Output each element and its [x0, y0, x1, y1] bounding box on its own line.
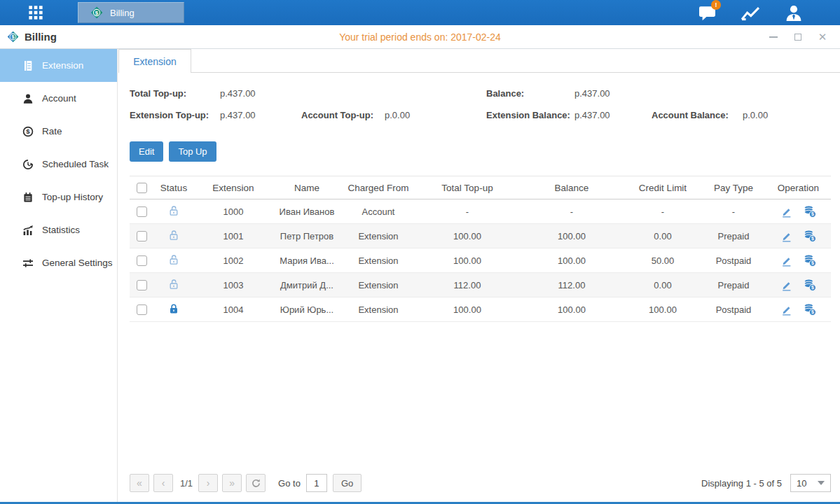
action-buttons: Edit Top Up: [118, 127, 840, 162]
edit-row-icon[interactable]: [780, 304, 792, 316]
cell-balance: -: [519, 200, 624, 224]
top-taskbar: $ Billing !: [0, 0, 840, 25]
top-up-row-icon[interactable]: $: [804, 205, 816, 218]
cell-pay-type: Postpaid: [701, 298, 766, 322]
svg-text:$: $: [811, 236, 814, 241]
cell-pay-type: -: [701, 200, 766, 224]
edit-row-icon[interactable]: [780, 279, 792, 291]
edit-row-icon[interactable]: [780, 255, 792, 267]
dollar-circle-icon: $: [22, 125, 34, 137]
cell-charged-from: Extension: [341, 298, 415, 322]
apps-grid-icon[interactable]: [22, 0, 50, 25]
edit-row-icon[interactable]: [780, 230, 792, 242]
goto-page-input[interactable]: [306, 474, 327, 492]
tab-extension[interactable]: Extension: [118, 49, 191, 73]
first-page-button[interactable]: «: [130, 474, 149, 492]
sidebar-item-scheduled-task[interactable]: Scheduled Task: [0, 148, 117, 181]
top-up-row-icon[interactable]: $: [804, 254, 816, 267]
topbar-actions: !: [697, 4, 804, 22]
pagination-bar: « ‹ 1/1 › » Go to Go Displaying 1 - 5 of…: [118, 474, 840, 502]
maximize-button[interactable]: [793, 32, 803, 42]
account-balance-value: p.0.00: [743, 110, 768, 120]
lock-open-icon: [168, 230, 179, 241]
messages-button[interactable]: !: [697, 4, 717, 22]
extension-balance-label: Extension Balance:: [486, 110, 574, 120]
cell-extension: 1004: [194, 298, 273, 322]
select-all-checkbox[interactable]: [137, 183, 147, 193]
cell-pay-type: Prepaid: [701, 224, 766, 248]
apps-grid-glyph: [28, 5, 43, 20]
top-up-row-icon[interactable]: $: [804, 303, 816, 316]
minimize-button[interactable]: [769, 32, 778, 42]
taskbar-tab-billing[interactable]: $ Billing: [78, 2, 184, 23]
row-checkbox[interactable]: [137, 231, 147, 241]
row-checkbox[interactable]: [137, 255, 147, 266]
last-page-button[interactable]: »: [222, 474, 242, 492]
col-total-topup: Total Top-up: [415, 176, 519, 200]
cell-total-topup: 100.00: [415, 224, 519, 248]
col-charged-from: Charged From: [341, 176, 415, 200]
balance-label: Balance:: [486, 88, 574, 99]
col-operation: Operation: [766, 176, 831, 200]
window-titlebar: Your trial period ends on: 2017-02-24 $ …: [0, 25, 840, 49]
cell-total-topup: 112.00: [415, 273, 519, 298]
refresh-button[interactable]: [246, 474, 266, 492]
row-checkbox[interactable]: [137, 280, 147, 290]
sidebar-item-label: Top-up History: [42, 192, 103, 202]
top-up-row-icon[interactable]: $: [804, 230, 816, 242]
edit-button[interactable]: Edit: [130, 141, 163, 162]
sidebar-item-statistics[interactable]: Statistics: [0, 214, 117, 246]
col-status: Status: [153, 176, 194, 200]
cell-total-topup: 100.00: [415, 298, 519, 322]
prev-page-button[interactable]: ‹: [153, 474, 173, 492]
next-page-button[interactable]: ›: [198, 474, 218, 492]
sidebar-item-extension[interactable]: Extension: [0, 49, 117, 82]
cell-balance: 112.00: [519, 273, 624, 298]
chevron-down-icon: [818, 481, 825, 485]
ledger-icon: [22, 59, 34, 71]
sidebar-item-account[interactable]: Account: [0, 82, 117, 115]
sidebar-item-label: Scheduled Task: [42, 159, 109, 169]
billing-summary: Total Top-up: p.437.00 Balance: p.437.00…: [118, 73, 840, 127]
cell-extension: 1003: [194, 273, 273, 298]
table-row: 1002 Мария Ива... Extension 100.00 100.0…: [130, 248, 831, 273]
top-up-button[interactable]: Top Up: [169, 141, 216, 162]
sidebar-item-label: General Settings: [42, 258, 113, 268]
cell-credit-limit: 50.00: [624, 248, 701, 273]
tab-strip-filler: [191, 49, 840, 73]
cell-name: Петр Петров: [273, 224, 341, 248]
top-up-row-icon[interactable]: $: [804, 279, 816, 291]
svg-text:$: $: [811, 309, 814, 315]
page-size-select[interactable]: 10: [790, 474, 831, 492]
col-pay-type: Pay Type: [701, 176, 766, 200]
user-account-button[interactable]: [784, 4, 804, 22]
col-credit-limit: Credit Limit: [624, 176, 701, 200]
edit-row-icon[interactable]: [780, 206, 792, 218]
sliders-icon: [22, 257, 34, 269]
cell-pay-type: Prepaid: [701, 273, 766, 298]
statistics-button[interactable]: [741, 4, 760, 22]
close-button[interactable]: ✕: [818, 32, 827, 42]
cell-total-topup: -: [415, 200, 519, 224]
lock-closed-icon: [168, 303, 179, 314]
sidebar-item-topup-history[interactable]: Top-up History: [0, 181, 117, 214]
row-checkbox[interactable]: [137, 206, 147, 217]
go-button[interactable]: Go: [333, 474, 362, 492]
cell-pay-type: Postpaid: [701, 248, 766, 273]
sidebar-item-general-settings[interactable]: General Settings: [0, 246, 117, 279]
cell-extension: 1000: [194, 200, 273, 224]
cell-charged-from: Extension: [341, 248, 415, 273]
sidebar-item-label: Account: [42, 93, 76, 104]
row-checkbox[interactable]: [137, 304, 147, 315]
tab-extension-label: Extension: [133, 56, 176, 67]
table-row: 1003 Дмитрий Д... Extension 112.00 112.0…: [130, 273, 831, 298]
page-size-value: 10: [797, 478, 806, 489]
page-indicator: 1/1: [180, 478, 193, 489]
extension-topup-label: Extension Top-up:: [130, 110, 220, 120]
cell-extension: 1001: [194, 224, 273, 248]
cell-name: Юрий Юрь...: [273, 298, 341, 322]
sidebar-item-rate[interactable]: $ Rate: [0, 115, 117, 148]
cell-extension: 1002: [194, 248, 273, 273]
table-header-row: Status Extension Name Charged From Total…: [130, 176, 831, 200]
svg-text:$: $: [811, 211, 814, 217]
